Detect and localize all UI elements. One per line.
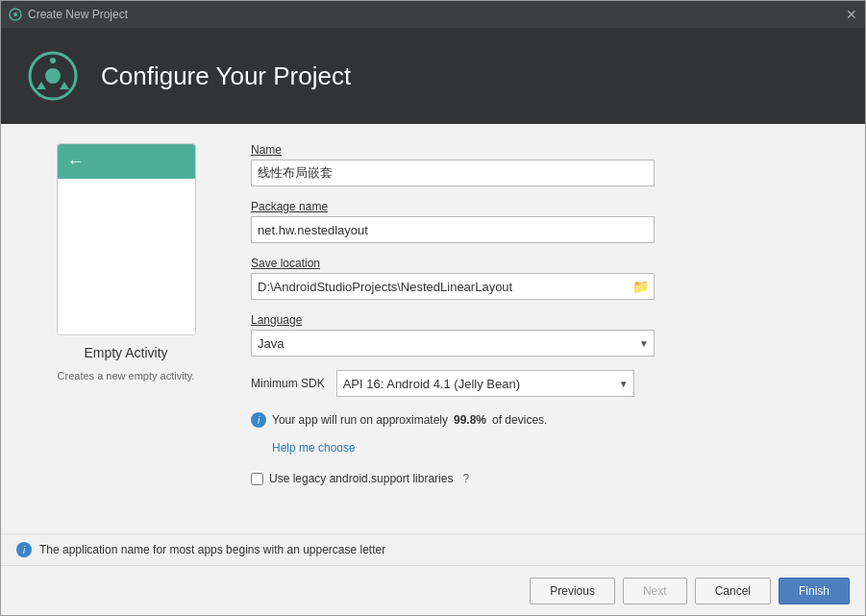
dialog: Create New Project ✕ Configure Your Proj…	[0, 0, 866, 616]
name-label-text: Name	[251, 143, 282, 157]
package-label: Package name	[251, 200, 836, 213]
header-logo	[24, 47, 82, 105]
form-panel: Name Package name Save location 📁	[251, 143, 836, 514]
save-location-label-text: Save location	[251, 257, 320, 270]
name-group: Name	[251, 143, 836, 186]
phone-body	[58, 179, 195, 334]
legacy-checkbox-label: Use legacy android.support libraries	[269, 472, 453, 485]
legacy-checkbox[interactable]	[251, 473, 263, 485]
close-button[interactable]: ✕	[846, 7, 857, 22]
bottom-bar: Previous Next Cancel Finish	[1, 565, 865, 615]
android-studio-logo	[28, 51, 78, 101]
legacy-help-icon[interactable]: ?	[462, 472, 469, 485]
phone-topbar: ←	[58, 144, 195, 179]
info-percentage: 99.8%	[454, 413, 486, 427]
minsdk-select-wrapper: API 16: Android 4.1 (Jelly Bean) API 21:…	[336, 370, 634, 397]
minsdk-row: Minimum SDK API 16: Android 4.1 (Jelly B…	[251, 370, 836, 397]
finish-button[interactable]: Finish	[779, 578, 850, 604]
warning-text: The application name for most apps begin…	[39, 543, 385, 556]
folder-icon[interactable]: 📁	[632, 279, 649, 294]
save-location-label: Save location	[251, 257, 836, 270]
help-me-choose-link[interactable]: Help me choose	[272, 441, 836, 455]
android-studio-icon	[9, 8, 22, 21]
header-title: Configure Your Project	[101, 62, 351, 91]
save-location-input[interactable]	[251, 273, 655, 300]
save-location-input-wrapper: 📁	[251, 273, 655, 300]
name-input[interactable]	[251, 160, 655, 186]
minsdk-label: Minimum SDK	[251, 377, 325, 390]
svg-point-4	[50, 58, 56, 63]
dialog-title: Create New Project	[28, 8, 128, 21]
phone-mockup: ←	[57, 143, 196, 335]
activity-label: Empty Activity	[84, 345, 167, 360]
language-select-wrapper: Java Kotlin ▼	[251, 330, 655, 357]
preview-panel: ← Empty Activity Creates a new empty act…	[30, 143, 222, 514]
name-label: Name	[251, 143, 836, 157]
next-button[interactable]: Next	[623, 578, 687, 604]
title-bar-left: Create New Project	[9, 8, 128, 21]
content-area: ← Empty Activity Creates a new empty act…	[1, 124, 865, 533]
cancel-button[interactable]: Cancel	[695, 578, 771, 604]
package-input[interactable]	[251, 216, 655, 243]
activity-sublabel: Creates a new empty activity.	[58, 370, 195, 382]
warning-info-icon: i	[16, 542, 32, 557]
info-suffix: of devices.	[492, 413, 547, 427]
minsdk-select[interactable]: API 16: Android 4.1 (Jelly Bean) API 21:…	[336, 370, 634, 397]
previous-button[interactable]: Previous	[530, 578, 615, 604]
info-icon: i	[251, 412, 266, 428]
svg-point-3	[45, 68, 61, 84]
warning-bar: i The application name for most apps beg…	[1, 533, 865, 565]
header: Configure Your Project	[1, 28, 865, 124]
phone-back-arrow-icon: ←	[67, 152, 85, 172]
language-label-text: Language	[251, 313, 302, 327]
title-bar: Create New Project ✕	[1, 1, 865, 28]
legacy-checkbox-row: Use legacy android.support libraries ?	[251, 472, 836, 485]
language-group: Language Java Kotlin ▼	[251, 313, 836, 357]
svg-point-1	[13, 12, 17, 16]
save-location-group: Save location 📁	[251, 257, 836, 300]
info-prefix: Your app will run on approximately	[272, 413, 448, 427]
info-row: i Your app will run on approximately 99.…	[251, 412, 836, 428]
language-select[interactable]: Java Kotlin	[251, 330, 655, 357]
package-label-text: Package name	[251, 200, 328, 213]
language-label: Language	[251, 313, 836, 327]
package-group: Package name	[251, 200, 836, 243]
